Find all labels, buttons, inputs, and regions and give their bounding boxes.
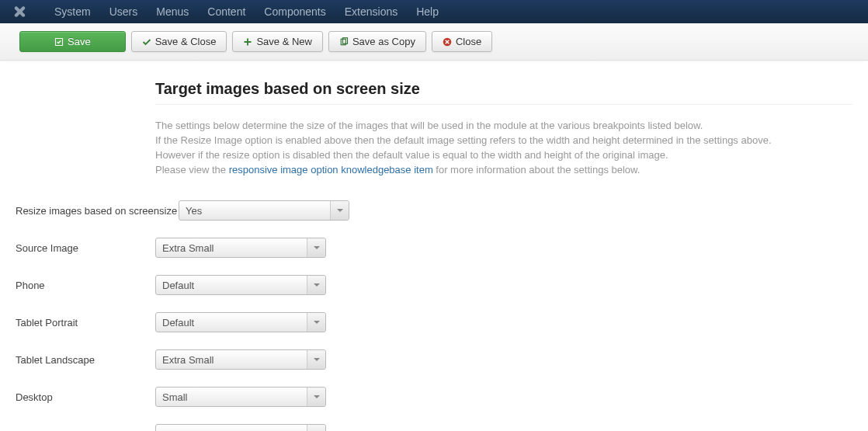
chevron-down-icon <box>307 238 325 257</box>
row-tablet-portrait: Tablet Portrait Default <box>16 312 852 332</box>
desc-line-1: The settings below determine the size of… <box>155 119 852 134</box>
row-widescreen: Widescreen (1281px +) Small <box>16 424 852 431</box>
phone-value: Default <box>162 280 194 291</box>
nav-menus[interactable]: Menus <box>147 5 198 18</box>
section-title: Target images based on screen size <box>155 80 852 98</box>
tablet-landscape-label: Tablet Landscape <box>16 354 155 366</box>
nav-content[interactable]: Content <box>198 5 255 18</box>
kb-link[interactable]: responsive image option knowledgebase it… <box>229 164 433 176</box>
row-source: Source Image Extra Small <box>16 238 852 258</box>
tablet-landscape-select[interactable]: Extra Small <box>155 349 326 370</box>
tablet-portrait-value: Default <box>162 317 194 328</box>
row-tablet-landscape: Tablet Landscape Extra Small <box>16 349 852 370</box>
tablet-portrait-select[interactable]: Default <box>155 312 326 332</box>
resize-value: Yes <box>186 205 202 217</box>
desktop-label: Desktop <box>16 391 155 403</box>
tablet-portrait-label: Tablet Portrait <box>16 317 155 328</box>
save-copy-button[interactable]: Save as Copy <box>328 31 426 52</box>
apply-icon <box>54 37 64 47</box>
save-close-label: Save & Close <box>155 36 217 47</box>
nav-components[interactable]: Components <box>255 5 335 18</box>
top-navbar: System Users Menus Content Components Ex… <box>0 0 868 23</box>
content-area: Target images based on screen size The s… <box>0 61 868 431</box>
action-toolbar: Save Save & Close Save & New Save as Cop… <box>0 23 868 61</box>
check-icon <box>142 37 151 47</box>
resize-label: Resize images based on screensize <box>16 205 179 217</box>
joomla-logo-icon[interactable] <box>12 5 26 19</box>
row-phone: Phone Default <box>16 275 852 295</box>
row-resize: Resize images based on screensize Yes <box>16 200 852 221</box>
save-close-button[interactable]: Save & Close <box>131 31 227 52</box>
desktop-select[interactable]: Small <box>155 387 326 407</box>
save-button[interactable]: Save <box>19 31 126 52</box>
chevron-down-icon <box>307 313 325 332</box>
section-header: Target images based on screen size <box>155 72 852 105</box>
chevron-down-icon <box>307 388 325 406</box>
copy-icon <box>339 37 349 47</box>
save-copy-label: Save as Copy <box>352 36 415 47</box>
close-icon <box>443 37 452 47</box>
nav-users[interactable]: Users <box>100 5 148 18</box>
source-label: Source Image <box>16 242 155 254</box>
desc-line-4: Please view the responsive image option … <box>155 163 852 178</box>
chevron-down-icon <box>307 425 325 431</box>
tablet-landscape-value: Extra Small <box>162 354 214 366</box>
chevron-down-icon <box>307 276 325 294</box>
plus-icon <box>243 37 252 47</box>
source-select[interactable]: Extra Small <box>155 238 326 258</box>
save-new-button[interactable]: Save & New <box>232 31 323 52</box>
desc-line-3: However if the resize option is disabled… <box>155 148 852 163</box>
nav-help[interactable]: Help <box>407 5 448 18</box>
section-description: The settings below determine the size of… <box>155 119 852 177</box>
save-new-label: Save & New <box>256 36 312 47</box>
source-value: Extra Small <box>162 242 214 254</box>
phone-label: Phone <box>16 280 155 291</box>
resize-select[interactable]: Yes <box>179 200 349 221</box>
widescreen-select[interactable]: Small <box>155 424 326 431</box>
desktop-value: Small <box>162 391 188 403</box>
nav-extensions[interactable]: Extensions <box>335 5 407 18</box>
close-label: Close <box>456 36 481 47</box>
row-desktop: Desktop Small <box>16 387 852 407</box>
chevron-down-icon <box>307 350 325 369</box>
nav-system[interactable]: System <box>45 5 100 18</box>
phone-select[interactable]: Default <box>155 275 326 295</box>
save-label: Save <box>68 36 91 47</box>
close-button[interactable]: Close <box>432 31 492 52</box>
chevron-down-icon <box>330 201 349 220</box>
desc-line-2: If the Resize Image option is enabled ab… <box>155 134 852 148</box>
